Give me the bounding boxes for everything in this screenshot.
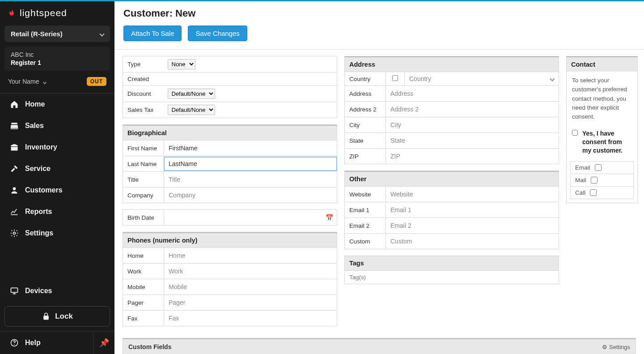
title-bar: Customer: New <box>114 0 644 24</box>
main-content: Customer: New Attach To Sale Save Change… <box>114 0 644 354</box>
nav-inventory[interactable]: Inventory <box>0 136 114 158</box>
created-label: Created <box>123 73 164 86</box>
tags-header: Tags <box>344 256 559 270</box>
first-name-input[interactable] <box>164 141 337 155</box>
zip-input[interactable] <box>386 149 559 163</box>
nav-settings[interactable]: Settings <box>0 222 114 244</box>
chevron-down-icon <box>99 31 104 36</box>
email1-input[interactable] <box>386 203 559 217</box>
method-call-label: Call <box>575 189 585 196</box>
nav-service[interactable]: Service <box>0 158 114 179</box>
last-name-input[interactable] <box>164 157 337 171</box>
nav-devices[interactable]: Devices <box>0 280 114 302</box>
birth-date-label: Birth Date <box>123 210 164 226</box>
phone-mobile-label: Mobile <box>123 279 164 295</box>
status-badge[interactable]: OUT <box>87 77 106 86</box>
gear-icon: ⚙ <box>602 344 607 350</box>
nav-customers[interactable]: Customers <box>0 179 114 201</box>
svg-point-1 <box>13 232 16 235</box>
address2-input[interactable] <box>386 102 559 116</box>
phone-fax-label: Fax <box>123 311 164 326</box>
salestax-label: Sales Tax <box>123 102 164 118</box>
address-table: Address Country Country <box>344 56 559 164</box>
custom-input[interactable] <box>386 235 559 248</box>
email2-input[interactable] <box>386 219 559 232</box>
method-mail-checkbox[interactable] <box>591 177 597 183</box>
nav-sales[interactable]: Sales <box>0 115 114 136</box>
method-call-checkbox[interactable] <box>590 189 597 196</box>
top-fields-table: Type None Created Discount Default/None <box>123 56 337 118</box>
method-email-label: Email <box>575 164 590 171</box>
addr2-label: Address 2 <box>345 102 386 117</box>
calendar-icon[interactable]: 📅 <box>326 214 333 221</box>
register-name: Register 1 <box>11 59 104 66</box>
phone-work-input[interactable] <box>164 264 337 278</box>
chart-icon <box>10 207 19 216</box>
contact-panel: Contact To select your customer's prefer… <box>566 56 638 203</box>
country-checkbox[interactable] <box>392 75 398 81</box>
save-changes-button[interactable]: Save Changes <box>188 26 247 41</box>
page-title: Customer: New <box>123 8 635 19</box>
consent-checkbox[interactable] <box>572 129 578 136</box>
birth-table: Birth Date 📅 <box>123 209 337 226</box>
shop-panel[interactable]: ABC Inc Register 1 <box>4 47 110 71</box>
method-email-checkbox[interactable] <box>595 164 602 171</box>
company-input[interactable] <box>164 188 337 202</box>
salestax-select[interactable]: Default/None <box>168 105 215 115</box>
discount-select[interactable]: Default/None <box>168 89 215 99</box>
person-icon <box>10 186 19 195</box>
created-value <box>164 73 337 86</box>
custom-label: Custom <box>345 234 386 249</box>
custom-fields-settings-link[interactable]: ⚙ Settings <box>602 344 630 350</box>
help-icon <box>10 338 19 347</box>
nav-home[interactable]: Home <box>0 94 114 115</box>
help-row: Help 📌 <box>0 331 114 354</box>
address-input[interactable] <box>386 87 559 100</box>
type-label: Type <box>123 56 164 73</box>
zip-label: ZIP <box>345 149 386 164</box>
other-table: Other Website Email 1 Email 2 Custom <box>344 171 559 249</box>
user-menu[interactable]: Your Name OUT <box>0 72 114 91</box>
title-label: Title <box>123 172 164 188</box>
title-input[interactable] <box>164 173 337 186</box>
country-select[interactable]: Country <box>405 73 559 85</box>
tags-input[interactable] <box>344 270 559 284</box>
email2-label: Email 2 <box>345 218 386 234</box>
product-selector-label: Retail (R-Series) <box>11 30 63 38</box>
website-label: Website <box>345 187 386 202</box>
city-label: City <box>345 117 386 133</box>
phone-pager-label: Pager <box>123 295 164 311</box>
phone-mobile-input[interactable] <box>164 280 337 294</box>
svg-rect-3 <box>43 316 49 320</box>
brand-name: lightspeed <box>20 8 67 18</box>
lock-button[interactable]: Lock <box>4 306 110 327</box>
state-input[interactable] <box>386 134 559 147</box>
method-mail-label: Mail <box>575 177 586 183</box>
right-column: Contact To select your customer's prefer… <box>566 56 638 203</box>
product-selector[interactable]: Retail (R-Series) <box>4 26 110 42</box>
phone-work-label: Work <box>123 264 164 279</box>
discount-label: Discount <box>123 86 164 102</box>
phone-fax-input[interactable] <box>164 311 337 325</box>
phone-pager-input[interactable] <box>164 296 337 309</box>
type-select[interactable]: None <box>168 59 195 69</box>
nav-reports[interactable]: Reports <box>0 201 114 222</box>
biographical-table: Biographical First Name Last Name Title <box>123 124 337 203</box>
attach-to-sale-button[interactable]: Attach To Sale <box>123 26 182 41</box>
addr-label: Address <box>345 86 386 102</box>
consent-label: Yes, I have consent from my customer. <box>582 129 632 155</box>
svg-rect-2 <box>11 288 18 292</box>
website-input[interactable] <box>386 188 559 201</box>
hammer-icon <box>10 164 19 173</box>
birth-date-input[interactable] <box>164 211 337 224</box>
monitor-icon <box>10 286 19 295</box>
country-placeholder: Country <box>409 75 431 82</box>
city-input[interactable] <box>386 118 559 132</box>
nav-help[interactable]: Help <box>0 332 93 354</box>
middle-column: Address Country Country <box>344 56 559 284</box>
pin-button[interactable]: 📌 <box>93 332 114 354</box>
gear-icon <box>10 229 19 238</box>
phones-header: Phones (numeric only) <box>123 232 337 247</box>
country-label: Country <box>345 72 386 86</box>
phone-home-input[interactable] <box>164 249 337 262</box>
